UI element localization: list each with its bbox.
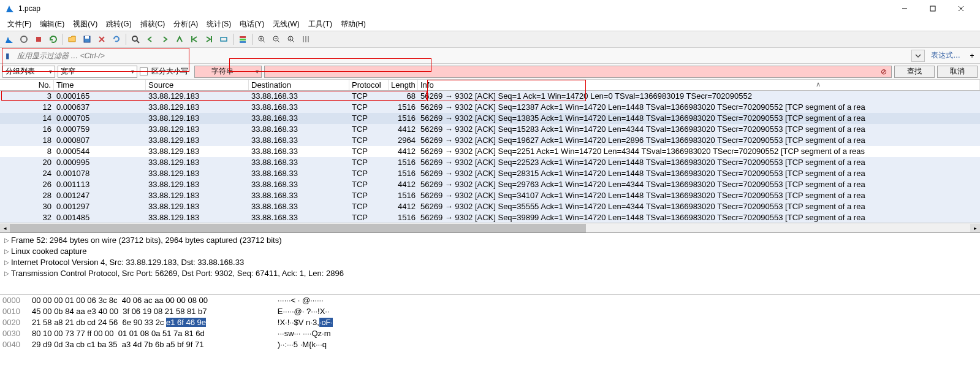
packet-row[interactable]: 200.00099533.88.129.18333.88.168.33TCP15… xyxy=(0,157,980,168)
menu-item[interactable]: 编辑(E) xyxy=(36,18,68,31)
expand-icon[interactable]: ▷ xyxy=(2,259,11,266)
menu-item[interactable]: 电话(Y) xyxy=(236,18,268,31)
colorize-icon[interactable] xyxy=(236,33,249,46)
tree-node[interactable]: ▷Linux cooked capture xyxy=(2,245,978,256)
zoom-in-icon[interactable] xyxy=(255,33,268,46)
bookmark-icon[interactable]: ▮ xyxy=(2,51,12,61)
display-filter-input[interactable] xyxy=(15,50,909,62)
packet-details-pane[interactable]: ▷Frame 52: 2964 bytes on wire (23712 bit… xyxy=(0,233,980,294)
svg-rect-5 xyxy=(36,37,41,42)
menu-item[interactable]: 分析(A) xyxy=(170,18,202,31)
svg-rect-7 xyxy=(85,36,89,39)
case-sensitive-checkbox[interactable] xyxy=(140,67,148,75)
tree-node[interactable]: ▷Frame 52: 2964 bytes on wire (23712 bit… xyxy=(2,234,978,245)
svg-line-19 xyxy=(263,40,265,42)
jump-icon[interactable] xyxy=(173,33,186,46)
packet-row[interactable]: 280.00124733.88.129.18333.88.168.33TCP15… xyxy=(0,190,980,201)
clear-search-icon[interactable]: ⊘ xyxy=(879,67,889,77)
circle-icon[interactable] xyxy=(17,33,31,46)
tree-node[interactable]: ▷Internet Protocol Version 4, Src: 33.88… xyxy=(2,256,978,267)
svg-rect-16 xyxy=(240,39,246,40)
hex-row[interactable]: 001045 00 0b 84 aa e3 40 00 3f 06 19 08 … xyxy=(2,307,978,318)
close-button[interactable] xyxy=(947,0,975,17)
packet-row[interactable]: 160.00075933.88.129.18333.88.168.33TCP44… xyxy=(0,124,980,135)
menu-item[interactable]: 视图(V) xyxy=(69,18,101,31)
expand-icon[interactable]: ▷ xyxy=(2,270,11,277)
packet-row[interactable]: 320.00148533.88.129.18333.88.168.33TCP15… xyxy=(0,212,980,223)
hex-row[interactable]: 002021 58 a8 21 db cd 24 56 6e 90 33 2c … xyxy=(2,318,978,329)
add-filter-button[interactable]: + xyxy=(967,50,978,61)
arrow-right-icon[interactable] xyxy=(158,33,172,46)
reload-icon[interactable] xyxy=(110,33,123,46)
zoom-reset-icon[interactable]: 1 xyxy=(284,33,298,46)
menu-item[interactable]: 工具(T) xyxy=(305,18,336,31)
column-header[interactable]: Protocol xyxy=(349,80,389,90)
svg-rect-14 xyxy=(221,37,227,41)
column-header[interactable]: Length xyxy=(389,80,418,90)
svg-rect-1 xyxy=(930,6,935,11)
zoom-out-icon[interactable] xyxy=(270,33,283,46)
filter-apply-button[interactable] xyxy=(911,50,925,62)
menu-item[interactable]: 无线(W) xyxy=(269,18,303,31)
resize-columns-icon[interactable] xyxy=(299,33,313,46)
svg-point-4 xyxy=(21,36,27,42)
minimize-button[interactable] xyxy=(891,0,919,17)
close-file-icon[interactable] xyxy=(95,33,108,46)
svg-line-23 xyxy=(278,40,279,42)
shark-fin-icon xyxy=(5,4,15,13)
packet-row[interactable]: 300.00129733.88.129.18333.88.168.33TCP44… xyxy=(0,201,980,212)
svg-text:1: 1 xyxy=(289,37,292,40)
menu-item[interactable]: 捕获(C) xyxy=(137,18,169,31)
packet-row[interactable]: 30.00016533.88.129.18333.88.168.33TCP685… xyxy=(0,91,980,102)
packet-row[interactable]: 180.00080733.88.129.18333.88.168.33TCP29… xyxy=(0,135,980,146)
restart-icon[interactable] xyxy=(47,33,60,46)
packet-row[interactable]: 120.00063733.88.129.18333.88.168.33TCP15… xyxy=(0,102,980,113)
hex-row[interactable]: 003080 10 00 73 77 ff 00 00 01 01 08 0a … xyxy=(2,329,978,340)
search-type-select[interactable]: 字符串 xyxy=(194,66,262,78)
svg-line-26 xyxy=(292,40,294,42)
maximize-button[interactable] xyxy=(919,0,947,17)
search-width-select[interactable]: 宽窄 xyxy=(58,66,137,78)
save-icon[interactable] xyxy=(80,33,94,46)
cancel-button[interactable]: 取消 xyxy=(937,66,978,78)
menu-item[interactable]: 帮助(H) xyxy=(337,18,370,31)
packet-row[interactable]: 260.00111333.88.129.18333.88.168.33TCP44… xyxy=(0,179,980,190)
search-scope-select[interactable]: 分组列表 xyxy=(2,66,55,78)
search-icon[interactable] xyxy=(129,33,142,46)
column-header[interactable]: Source xyxy=(146,80,249,90)
go-first-icon[interactable] xyxy=(188,33,201,46)
stop-icon[interactable] xyxy=(32,33,45,46)
svg-point-10 xyxy=(132,36,137,41)
hex-row[interactable]: 004029 d9 0d 3a cb c1 ba 35 a3 4d 7b 6b … xyxy=(2,340,978,351)
column-header[interactable]: Time xyxy=(54,80,146,90)
auto-scroll-icon[interactable] xyxy=(217,33,230,46)
arrow-left-icon[interactable] xyxy=(143,33,157,46)
shark-fin-icon[interactable] xyxy=(2,33,16,46)
menu-item[interactable]: 文件(F) xyxy=(4,18,35,31)
menu-item[interactable]: 跳转(G) xyxy=(102,18,135,31)
column-header[interactable]: Destination xyxy=(249,80,349,90)
case-sensitive-label: 区分大小写 xyxy=(151,66,188,77)
tree-node[interactable]: ▷Transmission Control Protocol, Src Port… xyxy=(2,267,978,278)
packet-bytes-pane[interactable]: 000000 00 00 01 00 06 3c 8c 40 06 ac aa … xyxy=(0,294,980,376)
column-header[interactable]: Info xyxy=(418,80,980,90)
packet-row[interactable]: 240.00107833.88.129.18333.88.168.33TCP15… xyxy=(0,168,980,179)
column-header[interactable]: No. xyxy=(0,80,54,90)
packet-row[interactable]: 80.00054433.88.129.18333.88.168.33TCP441… xyxy=(0,146,980,157)
find-button[interactable]: 查找 xyxy=(894,66,935,78)
svg-line-11 xyxy=(137,40,139,43)
svg-rect-15 xyxy=(240,36,246,38)
svg-rect-17 xyxy=(240,41,246,43)
packet-list-pane: No.TimeSourceDestinationProtocolLengthIn… xyxy=(0,80,980,233)
expand-icon[interactable]: ▷ xyxy=(2,248,11,255)
packet-row[interactable]: 140.00070533.88.129.18333.88.168.33TCP15… xyxy=(0,113,980,124)
folder-open-icon[interactable] xyxy=(66,33,79,46)
search-input[interactable]: ⊘ xyxy=(264,66,892,78)
hex-row[interactable]: 000000 00 00 01 00 06 3c 8c 40 06 ac aa … xyxy=(2,296,978,307)
horizontal-scrollbar[interactable]: ◂▸ xyxy=(0,223,980,232)
expand-icon[interactable]: ▷ xyxy=(2,237,11,244)
go-last-icon[interactable] xyxy=(202,33,216,46)
expression-link[interactable]: 表达式… xyxy=(927,50,964,61)
window-title: 1.pcap xyxy=(18,4,891,13)
menu-item[interactable]: 统计(S) xyxy=(203,18,235,31)
